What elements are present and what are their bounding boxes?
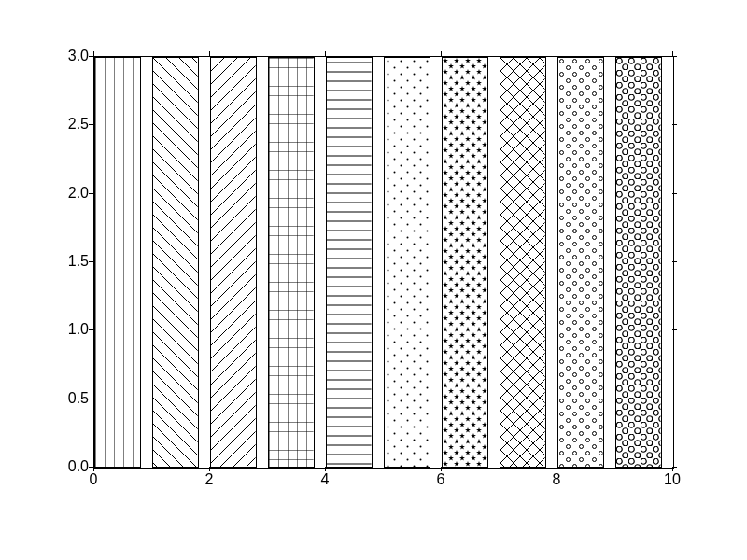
x-tick-mark-top — [441, 51, 442, 56]
bar-7 — [500, 57, 546, 468]
x-tick-mark-top — [209, 51, 210, 56]
svg-rect-10 — [327, 58, 372, 467]
y-tick-label: 2.5 — [56, 116, 89, 133]
hatch-forwardslash-icon — [211, 58, 256, 467]
x-tick-mark-top — [93, 51, 94, 56]
plot-area — [93, 56, 674, 469]
y-tick-mark-right — [672, 193, 677, 194]
hatch-dash-icon — [327, 58, 372, 467]
x-tick-label: 2 — [205, 471, 214, 488]
x-tick-mark — [325, 467, 326, 471]
x-tick-label: 6 — [437, 471, 445, 488]
bar-8 — [557, 57, 604, 468]
x-tick-label: 10 — [664, 471, 681, 488]
x-tick-label: 0 — [90, 471, 98, 488]
y-tick-mark — [89, 399, 93, 399]
y-tick-label: 0.5 — [56, 390, 89, 407]
svg-rect-8 — [211, 58, 256, 467]
x-tick-mark — [93, 467, 94, 471]
hatch-vertical-icon — [95, 58, 140, 467]
y-tick-mark — [89, 261, 93, 262]
hatch-dot-icon — [385, 58, 430, 467]
hatch-x-icon — [500, 58, 545, 467]
x-tick-mark — [557, 467, 557, 471]
hatch-small-circle-icon — [558, 58, 603, 467]
y-tick-label: 0.0 — [56, 458, 89, 475]
hatch-big-circle-icon — [616, 58, 661, 467]
svg-rect-15 — [616, 58, 661, 467]
y-tick-mark — [89, 124, 93, 125]
y-tick-label: 3.0 — [56, 48, 89, 64]
bar-4 — [326, 57, 373, 468]
y-tick-mark — [89, 193, 93, 194]
hatch-star-icon — [443, 58, 487, 467]
svg-rect-13 — [500, 58, 545, 467]
hatch-plus-icon — [269, 58, 314, 467]
y-tick-mark-right — [672, 261, 677, 262]
y-tick-label: 2.0 — [56, 185, 89, 202]
x-tick-mark-top — [672, 51, 673, 56]
bar-1 — [152, 57, 199, 468]
y-tick-label: 1.5 — [56, 253, 89, 270]
bar-0 — [94, 57, 141, 468]
y-tick-label: 1.0 — [56, 321, 89, 338]
svg-rect-7 — [153, 58, 198, 467]
x-tick-label: 8 — [553, 471, 561, 488]
y-tick-mark-right — [672, 56, 677, 57]
bar-2 — [210, 57, 257, 468]
svg-rect-11 — [385, 58, 430, 467]
hatch-backslash-icon — [153, 58, 198, 467]
y-tick-mark — [89, 329, 93, 330]
x-tick-mark-top — [557, 51, 557, 56]
bar-3 — [268, 57, 315, 468]
bar-5 — [384, 57, 430, 468]
svg-rect-6 — [95, 58, 140, 467]
bar-9 — [615, 57, 662, 468]
y-tick-mark-right — [672, 399, 677, 399]
y-tick-mark — [89, 56, 93, 57]
y-tick-mark-right — [672, 329, 677, 330]
y-tick-mark-right — [672, 124, 677, 125]
x-tick-mark — [209, 467, 210, 471]
bar-6 — [442, 57, 488, 468]
x-tick-mark-top — [325, 51, 326, 56]
svg-rect-9 — [269, 58, 314, 467]
x-tick-mark — [672, 467, 673, 471]
x-tick-mark — [441, 467, 442, 471]
svg-rect-14 — [558, 58, 603, 467]
chart-container: 0.0 0.5 1.0 1.5 2.0 2.5 3.0 0 2 4 6 8 10 — [0, 0, 747, 560]
x-tick-label: 4 — [321, 471, 330, 488]
svg-rect-12 — [443, 58, 487, 467]
